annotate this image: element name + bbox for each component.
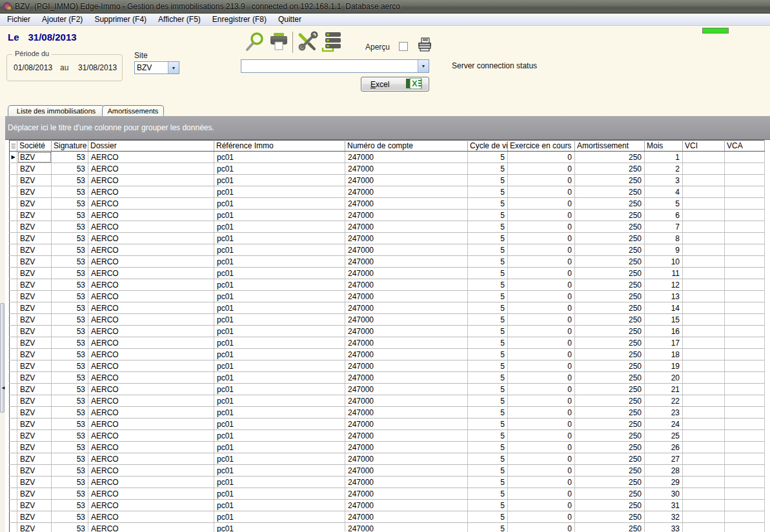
table-row[interactable]: BZV53AERCOpc012470005025016 [10, 326, 765, 337]
cell-dossier[interactable]: AERCO [88, 210, 214, 221]
cell-num-ro-de-compte[interactable]: 247000 [345, 326, 468, 337]
cell-amortissement[interactable]: 250 [575, 244, 645, 256]
cell-vca[interactable] [725, 256, 765, 268]
cell-vca[interactable] [725, 314, 765, 326]
table-row[interactable]: BZV53AERCOpc012470005025015 [10, 314, 765, 326]
cell-vca[interactable] [725, 326, 765, 337]
cell-cycle-de-vie[interactable]: 5 [468, 210, 508, 221]
cell-mois[interactable]: 28 [645, 465, 683, 477]
cell-mois[interactable]: 10 [645, 256, 683, 268]
cell-cycle-de-vie[interactable]: 5 [468, 442, 508, 453]
apercu-checkbox[interactable] [399, 42, 408, 51]
cell-num-ro-de-compte[interactable]: 247000 [345, 384, 468, 395]
cell-mois[interactable]: 29 [645, 477, 683, 488]
printer-icon[interactable] [267, 30, 290, 54]
cell-r-f-rence-immo[interactable]: pc01 [214, 210, 345, 221]
cell-vci[interactable] [683, 210, 725, 221]
cell-num-ro-de-compte[interactable]: 247000 [345, 221, 468, 233]
cell-dossier[interactable]: AERCO [88, 198, 214, 210]
row-selector[interactable] [10, 221, 17, 233]
table-row[interactable]: BZV53AERCOpc01247000502503 [10, 175, 765, 186]
cell-soci-t[interactable]: BZV [17, 175, 52, 186]
cell-r-f-rence-immo[interactable]: pc01 [214, 488, 345, 500]
cell-signature[interactable]: 53 [52, 465, 88, 477]
cell-vci[interactable] [683, 500, 725, 511]
cell-soci-t[interactable]: BZV [17, 152, 52, 163]
table-row[interactable]: BZV53AERCOpc012470005025017 [10, 337, 765, 349]
cell-vca[interactable] [725, 152, 765, 163]
row-selector[interactable] [10, 279, 17, 291]
cell-cycle-de-vie[interactable]: 5 [468, 384, 508, 395]
cell-soci-t[interactable]: BZV [17, 256, 52, 268]
cell-amortissement[interactable]: 250 [575, 291, 645, 302]
cell-amortissement[interactable]: 250 [575, 175, 645, 186]
table-row[interactable]: BZV53AERCOpc012470005025030 [10, 488, 765, 500]
table-row[interactable]: BZV53AERCOpc01247000502509 [10, 244, 765, 256]
column-header-vca[interactable]: VCA [725, 141, 765, 152]
cell-mois[interactable]: 22 [645, 395, 683, 407]
cell-exercice-en-cours[interactable]: 0 [508, 198, 575, 210]
cell-vca[interactable] [725, 279, 765, 291]
row-selector[interactable] [10, 326, 17, 337]
cell-r-f-rence-immo[interactable]: pc01 [214, 233, 345, 244]
cell-exercice-en-cours[interactable]: 0 [508, 152, 575, 163]
cell-signature[interactable]: 53 [52, 302, 88, 314]
table-row[interactable]: BZV53AERCOpc01247000502506 [10, 210, 765, 221]
cell-r-f-rence-immo[interactable]: pc01 [214, 523, 345, 532]
cell-dossier[interactable]: AERCO [88, 279, 214, 291]
cell-amortissement[interactable]: 250 [575, 488, 645, 500]
cell-mois[interactable]: 31 [645, 500, 683, 511]
cell-vci[interactable] [683, 152, 725, 163]
row-selector[interactable] [10, 210, 17, 221]
cell-num-ro-de-compte[interactable]: 247000 [345, 395, 468, 407]
cell-dossier[interactable]: AERCO [88, 233, 214, 244]
cell-num-ro-de-compte[interactable]: 247000 [345, 442, 468, 453]
cell-signature[interactable]: 53 [52, 500, 88, 511]
cell-cycle-de-vie[interactable]: 5 [468, 511, 508, 523]
cell-r-f-rence-immo[interactable]: pc01 [214, 244, 345, 256]
cell-soci-t[interactable]: BZV [17, 291, 52, 302]
cell-vci[interactable] [683, 395, 725, 407]
cell-soci-t[interactable]: BZV [17, 302, 52, 314]
cell-vci[interactable] [683, 244, 725, 256]
cell-num-ro-de-compte[interactable]: 247000 [345, 268, 468, 279]
cell-r-f-rence-immo[interactable]: pc01 [214, 291, 345, 302]
cell-soci-t[interactable]: BZV [17, 442, 52, 453]
cell-r-f-rence-immo[interactable]: pc01 [214, 372, 345, 384]
cell-vca[interactable] [725, 175, 765, 186]
cell-r-f-rence-immo[interactable]: pc01 [214, 175, 345, 186]
cell-soci-t[interactable]: BZV [17, 395, 52, 407]
cell-amortissement[interactable]: 250 [575, 256, 645, 268]
cell-cycle-de-vie[interactable]: 5 [468, 291, 508, 302]
cell-amortissement[interactable]: 250 [575, 523, 645, 532]
cell-vci[interactable] [683, 465, 725, 477]
cell-mois[interactable]: 6 [645, 210, 683, 221]
cell-soci-t[interactable]: BZV [17, 198, 52, 210]
table-row[interactable]: BZV53AERCOpc01247000502507 [10, 221, 765, 233]
cell-vci[interactable] [683, 523, 725, 532]
cell-cycle-de-vie[interactable]: 5 [468, 256, 508, 268]
table-row[interactable]: BZV53AERCOpc012470005025033 [10, 523, 765, 532]
cell-exercice-en-cours[interactable]: 0 [508, 500, 575, 511]
cell-amortissement[interactable]: 250 [575, 233, 645, 244]
table-row[interactable]: BZV53AERCOpc012470005025025 [10, 430, 765, 442]
cell-num-ro-de-compte[interactable]: 247000 [345, 500, 468, 511]
cell-dossier[interactable]: AERCO [88, 186, 214, 198]
row-selector[interactable] [10, 419, 17, 430]
cell-signature[interactable]: 53 [52, 279, 88, 291]
row-selector[interactable] [10, 488, 17, 500]
cell-vca[interactable] [725, 302, 765, 314]
filter-combobox[interactable]: ▼ [241, 59, 429, 73]
print-preview-icon[interactable] [416, 37, 433, 55]
cell-soci-t[interactable]: BZV [17, 384, 52, 395]
cell-num-ro-de-compte[interactable]: 247000 [345, 430, 468, 442]
cell-cycle-de-vie[interactable]: 5 [468, 372, 508, 384]
cell-mois[interactable]: 13 [645, 291, 683, 302]
cell-cycle-de-vie[interactable]: 5 [468, 477, 508, 488]
cell-amortissement[interactable]: 250 [575, 360, 645, 372]
cell-signature[interactable]: 53 [52, 291, 88, 302]
cell-signature[interactable]: 53 [52, 511, 88, 523]
table-row[interactable]: BZV53AERCOpc01247000502508 [10, 233, 765, 244]
cell-signature[interactable]: 53 [52, 419, 88, 430]
cell-mois[interactable]: 3 [645, 175, 683, 186]
